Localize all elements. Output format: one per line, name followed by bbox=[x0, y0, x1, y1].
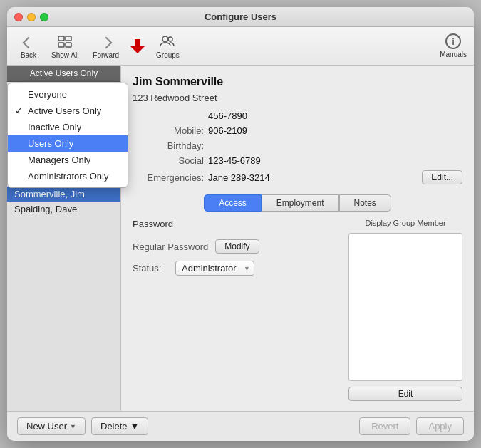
list-item[interactable]: Spalding, Dave bbox=[7, 202, 120, 217]
back-button[interactable]: Back bbox=[14, 30, 43, 62]
list-item-selected[interactable]: Sommerville, Jim bbox=[7, 187, 120, 202]
forward-button[interactable]: Forward bbox=[87, 30, 125, 62]
sidebar: Active Users Only Everyone ✓ Active User… bbox=[7, 66, 121, 411]
group-member-list bbox=[348, 233, 462, 381]
status-row: Status: Administrator Manager User bbox=[133, 261, 341, 276]
manuals-button[interactable]: i Manuals bbox=[440, 33, 467, 58]
titlebar: Configure Users bbox=[7, 7, 474, 27]
social-value: 123-45-6789 bbox=[208, 155, 261, 166]
filter-label: Active Users Only bbox=[30, 68, 98, 78]
new-user-label: New User bbox=[26, 421, 67, 432]
access-right-panel: Display Group Member Edit bbox=[348, 219, 462, 401]
tabs-bar: Access Employment Notes bbox=[133, 194, 462, 212]
emergencies-value: Jane 289-3214 bbox=[208, 172, 270, 183]
forward-label: Forward bbox=[93, 51, 119, 59]
filter-inactive[interactable]: Inactive Only bbox=[8, 119, 128, 135]
phone-row: 456-7890 bbox=[133, 110, 462, 121]
show-all-button[interactable]: Show All bbox=[46, 30, 84, 62]
filter-button[interactable]: Active Users Only bbox=[7, 66, 120, 82]
delete-chevron-icon: ▼ bbox=[130, 421, 140, 432]
svg-rect-2 bbox=[58, 43, 64, 47]
user-address: 123 Redwood Street bbox=[133, 93, 462, 103]
emergencies-label: Emergencies: bbox=[133, 172, 204, 183]
maximize-button[interactable] bbox=[40, 13, 48, 21]
dropdown-item-label: Active Users Only bbox=[28, 105, 101, 116]
tab-access-label: Access bbox=[219, 198, 247, 208]
revert-button[interactable]: Revert bbox=[359, 417, 410, 435]
minimize-button[interactable] bbox=[27, 13, 36, 21]
groups-icon bbox=[160, 33, 175, 50]
show-all-label: Show All bbox=[51, 51, 78, 59]
user-name: Jim Sommerville bbox=[133, 75, 462, 88]
mobile-value: 906-2109 bbox=[208, 125, 247, 136]
modify-button[interactable]: Modify bbox=[215, 239, 259, 254]
info-icon: i bbox=[445, 33, 461, 49]
main-window: Configure Users Back Show All bbox=[7, 7, 474, 441]
svg-rect-1 bbox=[66, 36, 71, 41]
emergencies-row: Emergencies: Jane 289-3214 Edit... bbox=[133, 170, 462, 184]
back-label: Back bbox=[21, 51, 36, 59]
svg-rect-0 bbox=[58, 36, 64, 41]
delete-label: Delete bbox=[100, 421, 128, 432]
dropdown-arrow-indicator bbox=[130, 39, 145, 53]
filter-managers[interactable]: Managers Only bbox=[8, 152, 128, 168]
status-select-wrapper: Administrator Manager User bbox=[175, 261, 254, 276]
toolbar: Back Show All Forward bbox=[7, 27, 474, 66]
close-button[interactable] bbox=[14, 13, 23, 21]
delete-button[interactable]: Delete ▼ bbox=[91, 417, 148, 435]
regular-password-label: Regular Password bbox=[133, 241, 208, 252]
tab-notes-label: Notes bbox=[354, 198, 376, 208]
birthday-row: Birthday: bbox=[133, 140, 462, 151]
birthday-label: Birthday: bbox=[133, 140, 204, 151]
arrow-shaft bbox=[135, 39, 140, 46]
new-user-button[interactable]: New User ▼ bbox=[17, 417, 86, 435]
mobile-row: Mobile: 906-2109 bbox=[133, 125, 462, 136]
groups-button[interactable]: Groups bbox=[150, 30, 185, 62]
check-icon: ✓ bbox=[15, 105, 23, 116]
social-label: Social bbox=[133, 155, 204, 166]
svg-rect-3 bbox=[66, 43, 71, 47]
manuals-label: Manuals bbox=[440, 51, 467, 58]
new-user-chevron-icon: ▼ bbox=[70, 423, 76, 430]
groups-label: Groups bbox=[156, 51, 180, 59]
dropdown-item-label: Administrators Only bbox=[28, 171, 108, 182]
emergencies-edit-button[interactable]: Edit... bbox=[422, 170, 462, 184]
tab-employment-label: Employment bbox=[276, 198, 324, 208]
dropdown-item-label: Users Only bbox=[28, 138, 73, 149]
dropdown-item-label: Managers Only bbox=[28, 155, 90, 165]
bottom-bar: New User ▼ Delete ▼ Revert Apply bbox=[7, 411, 474, 441]
mobile-label: Mobile: bbox=[133, 125, 204, 136]
password-section-title: Password bbox=[133, 219, 341, 229]
svg-point-4 bbox=[162, 36, 168, 42]
group-member-label: Display Group Member bbox=[348, 219, 462, 227]
back-icon bbox=[24, 33, 33, 50]
show-all-icon bbox=[57, 33, 73, 50]
filter-everyone[interactable]: Everyone bbox=[8, 86, 128, 103]
forward-icon bbox=[102, 33, 110, 50]
access-content: Password Regular Password Modify Status:… bbox=[133, 219, 462, 401]
filter-active-users[interactable]: ✓ Active Users Only bbox=[8, 103, 128, 119]
status-select[interactable]: Administrator Manager User bbox=[175, 261, 254, 276]
svg-point-5 bbox=[168, 37, 172, 41]
tab-notes[interactable]: Notes bbox=[339, 194, 391, 212]
tab-employment[interactable]: Employment bbox=[262, 194, 339, 212]
tab-access[interactable]: Access bbox=[204, 194, 262, 212]
dropdown-item-label: Everyone bbox=[28, 89, 67, 100]
regular-password-row: Regular Password Modify bbox=[133, 239, 341, 254]
access-left-panel: Password Regular Password Modify Status:… bbox=[133, 219, 341, 401]
apply-button[interactable]: Apply bbox=[416, 417, 464, 435]
filter-users-only[interactable]: Users Only bbox=[8, 135, 128, 152]
filter-dropdown[interactable]: Everyone ✓ Active Users Only Inactive On… bbox=[7, 83, 128, 188]
window-controls bbox=[14, 13, 48, 21]
arrow-head bbox=[130, 46, 145, 53]
group-edit-button[interactable]: Edit bbox=[348, 387, 462, 401]
window-title: Configure Users bbox=[205, 11, 276, 22]
main-content: Active Users Only Everyone ✓ Active User… bbox=[7, 66, 474, 411]
dropdown-item-label: Inactive Only bbox=[28, 122, 81, 132]
social-row: Social 123-45-6789 bbox=[133, 155, 462, 166]
status-label: Status: bbox=[133, 263, 168, 274]
phone-value: 456-7890 bbox=[208, 110, 247, 121]
detail-panel: Jim Sommerville 123 Redwood Street 456-7… bbox=[121, 66, 474, 411]
filter-administrators[interactable]: Administrators Only bbox=[8, 168, 128, 184]
